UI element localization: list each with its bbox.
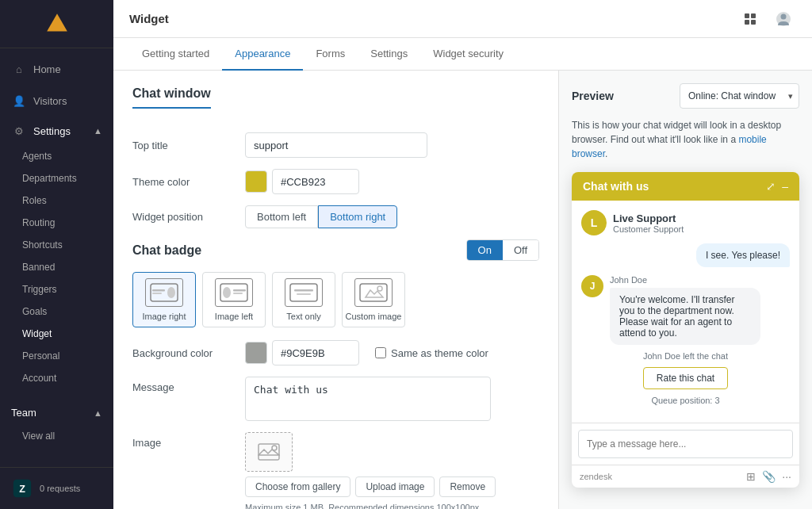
sidebar-item-view-all[interactable]: View all xyxy=(0,425,113,447)
tab-settings[interactable]: Settings xyxy=(358,38,420,71)
chat-footer: zendesk ⊞ 📎 ··· xyxy=(572,465,799,488)
grid-icon xyxy=(744,13,756,25)
sidebar-item-roles[interactable]: Roles xyxy=(0,189,113,212)
upload-image-button[interactable]: Upload image xyxy=(355,476,435,497)
agent-message-name: John Doe xyxy=(610,275,760,285)
sidebar-item-visitors[interactable]: 👤 Visitors xyxy=(0,85,113,117)
more-icon[interactable]: ··· xyxy=(782,470,791,483)
text-only-preview xyxy=(285,278,323,307)
sidebar-item-departments[interactable]: Departments xyxy=(0,167,113,189)
custom-image-preview xyxy=(354,278,393,307)
bg-color-label: Background color xyxy=(132,347,236,359)
badge-type-text-only[interactable]: Text only xyxy=(272,272,335,327)
remove-image-button[interactable]: Remove xyxy=(439,476,496,497)
chat-type-input[interactable] xyxy=(578,430,793,458)
tab-appearance[interactable]: Appearance xyxy=(222,38,303,71)
agent-avatar-2: J xyxy=(581,275,603,297)
sidebar-item-banned[interactable]: Banned xyxy=(0,256,113,278)
sidebar-item-agents[interactable]: Agents xyxy=(0,145,113,167)
svg-point-25 xyxy=(272,446,277,450)
sidebar-item-widget[interactable]: Widget xyxy=(0,323,113,345)
top-bar-right xyxy=(737,6,796,32)
same-as-theme-checkbox[interactable] xyxy=(375,347,386,358)
bg-color-input[interactable] xyxy=(272,340,359,365)
toggle-off-button[interactable]: Off xyxy=(503,240,538,260)
chat-body: L Live Support Customer Support I see. Y… xyxy=(572,201,799,423)
chat-widget-preview: Chat with us ⤢ – L Live Support Customer… xyxy=(572,172,799,488)
svg-rect-16 xyxy=(233,293,243,294)
position-bottom-left-button[interactable]: Bottom left xyxy=(245,205,318,228)
attachment-icon[interactable]: ⊞ xyxy=(746,470,756,483)
theme-color-row: Theme color xyxy=(132,169,539,194)
zendesk-logo: Z xyxy=(11,477,33,499)
avatar-button[interactable] xyxy=(771,6,796,32)
sidebar-item-routing[interactable]: Routing xyxy=(0,212,113,234)
image-upload-area: Choose from gallery Upload image Remove … xyxy=(245,432,496,509)
tab-getting-started[interactable]: Getting started xyxy=(129,38,222,71)
grid-icon-button[interactable] xyxy=(737,6,763,32)
svg-rect-15 xyxy=(233,289,246,292)
sidebar-item-shortcuts[interactable]: Shortcuts xyxy=(0,234,113,256)
chat-footer-icons: ⊞ 📎 ··· xyxy=(746,470,791,483)
chat-input-area xyxy=(572,423,799,465)
image-placeholder xyxy=(245,432,293,472)
preview-select-wrap: Online: Chat window xyxy=(680,83,799,109)
sidebar-item-account[interactable]: Account xyxy=(0,367,113,389)
toggle-on-button[interactable]: On xyxy=(467,240,503,260)
svg-marker-0 xyxy=(47,13,67,31)
settings-sub-nav: Agents Departments Roles Routing Shortcu… xyxy=(0,145,113,389)
bg-color-swatch[interactable] xyxy=(245,342,267,364)
team-section-header[interactable]: Team ▲ xyxy=(0,400,113,425)
chat-widget-controls: ⤢ – xyxy=(766,180,788,193)
rate-chat-button[interactable]: Rate this chat xyxy=(643,367,728,389)
tab-widget-security[interactable]: Widget security xyxy=(420,38,516,71)
tab-bar: Getting started Appearance Forms Setting… xyxy=(113,38,812,71)
settings-panel: Chat window Top title Theme color Widget… xyxy=(113,71,558,509)
preview-panel: Preview Online: Chat window This is how … xyxy=(558,71,812,509)
main-content: Widget Getting started Appearan xyxy=(113,0,812,509)
message-textarea[interactable]: Chat with us xyxy=(245,377,491,421)
theme-color-input[interactable] xyxy=(272,169,359,194)
team-section: Team ▲ View all xyxy=(0,400,113,447)
chevron-up-icon: ▲ xyxy=(94,408,102,418)
user-bubble: I see. Yes please! xyxy=(696,243,790,267)
sidebar-item-settings[interactable]: ⚙ Settings ▲ xyxy=(0,117,113,145)
svg-rect-18 xyxy=(294,289,313,292)
widget-position-label: Widget position xyxy=(132,211,236,223)
same-as-theme-label[interactable]: Same as theme color xyxy=(391,347,488,359)
preview-description: This is how your chat widget will look i… xyxy=(572,118,799,161)
badge-header: Chat badge On Off xyxy=(132,239,539,261)
top-title-input[interactable] xyxy=(245,132,427,158)
toggle-group: On Off xyxy=(466,239,539,261)
agent-avatar: L xyxy=(581,210,607,235)
chat-badge-title: Chat badge xyxy=(132,243,201,258)
same-as-theme-row: Same as theme color xyxy=(375,347,488,359)
sidebar-item-triggers[interactable]: Triggers xyxy=(0,278,113,300)
preview-mode-select[interactable]: Online: Chat window xyxy=(680,83,799,109)
chat-expand-button[interactable]: ⤢ xyxy=(766,180,776,193)
position-bottom-right-button[interactable]: Bottom right xyxy=(318,205,397,228)
sidebar-item-home[interactable]: ⌂ Home xyxy=(0,53,113,85)
sidebar-logo xyxy=(0,0,113,48)
svg-rect-3 xyxy=(745,13,749,18)
badge-type-custom-image[interactable]: Custom image xyxy=(342,272,405,327)
badge-type-image-left[interactable]: Image left xyxy=(202,272,266,327)
svg-rect-19 xyxy=(297,293,311,295)
agent-name: Live Support xyxy=(613,212,684,224)
system-message: John Doe left the chat xyxy=(581,351,790,361)
sidebar-item-label: Settings xyxy=(33,125,71,137)
clip-icon[interactable]: 📎 xyxy=(762,470,776,483)
chat-widget-header: Chat with us ⤢ – xyxy=(572,172,799,201)
agent-message-content: John Doe You're welcome. I'll transfer y… xyxy=(610,275,760,345)
widget-position-row: Widget position Bottom left Bottom right xyxy=(132,205,539,228)
tab-forms[interactable]: Forms xyxy=(303,38,358,71)
svg-point-8 xyxy=(781,13,787,19)
chat-minimize-button[interactable]: – xyxy=(782,180,788,193)
svg-rect-4 xyxy=(751,13,756,18)
theme-color-swatch[interactable] xyxy=(245,170,267,193)
sidebar-item-personal[interactable]: Personal xyxy=(0,345,113,367)
sidebar-item-goals[interactable]: Goals xyxy=(0,300,113,323)
badge-type-image-right[interactable]: Image right xyxy=(132,272,196,327)
svg-rect-5 xyxy=(745,20,749,25)
choose-gallery-button[interactable]: Choose from gallery xyxy=(245,476,350,497)
